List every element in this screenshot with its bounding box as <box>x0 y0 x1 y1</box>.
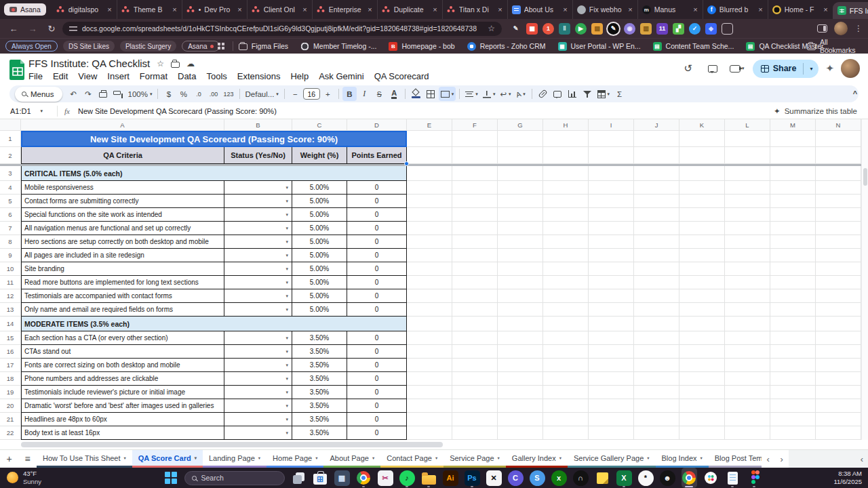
cell-H16[interactable] <box>543 345 589 359</box>
cell-L16[interactable] <box>725 345 770 359</box>
badge-one-extension-icon[interactable]: 1 <box>542 23 554 35</box>
cell-K19[interactable] <box>679 386 725 399</box>
cell-M12[interactable] <box>770 289 816 303</box>
cell-D9[interactable]: 0 <box>347 249 407 262</box>
grid-corner[interactable] <box>0 119 21 131</box>
row-header-5[interactable]: 5 <box>0 195 21 208</box>
row-header-20[interactable]: 20 <box>0 399 21 413</box>
cell-J12[interactable] <box>634 289 679 303</box>
cell-J14[interactable] <box>634 317 679 331</box>
cell-J2[interactable] <box>634 147 679 164</box>
cell-L10[interactable] <box>725 262 770 276</box>
cell-L6[interactable] <box>725 208 770 222</box>
sheet-tab-qa-score-card[interactable]: QA Score Card▾ <box>132 450 203 468</box>
column-header-K[interactable]: K <box>679 119 725 131</box>
insert-comment-button[interactable] <box>551 87 565 101</box>
browser-tab-manus[interactable]: mManus× <box>637 0 703 19</box>
cell-A6[interactable]: Special functions on the site work as in… <box>21 208 224 222</box>
taskbar-clock[interactable]: 8:38 AM 11/6/2025 <box>833 470 862 487</box>
cell-H19[interactable] <box>543 386 589 399</box>
cell-M20[interactable] <box>770 399 816 413</box>
cell-M3[interactable] <box>770 166 816 181</box>
cell-M5[interactable] <box>770 195 816 208</box>
caret-icon[interactable]: ▾ <box>372 455 374 461</box>
cell-C22[interactable]: 3.50% <box>292 426 347 440</box>
cell-H10[interactable] <box>543 262 589 276</box>
cell-D20[interactable]: 0 <box>347 399 407 413</box>
dropdown-icon[interactable]: ▾ <box>285 199 288 204</box>
cell-K5[interactable] <box>679 195 725 208</box>
cell-M11[interactable] <box>770 276 816 289</box>
browser-tab-enterprise[interactable]: Enterprise× <box>312 0 377 19</box>
capcut-icon[interactable]: ✕ <box>486 468 502 488</box>
menu-edit[interactable]: Edit <box>53 71 68 81</box>
cell-M10[interactable] <box>770 262 816 276</box>
cell-H20[interactable] <box>543 399 589 413</box>
cell-G1[interactable] <box>498 131 543 147</box>
decrease-font-size-button[interactable]: − <box>288 87 302 101</box>
cell-J9[interactable] <box>634 249 679 262</box>
cell-H5[interactable] <box>543 195 589 208</box>
menu-insert[interactable]: Insert <box>107 71 130 81</box>
dropdown-icon[interactable]: ▾ <box>285 403 288 409</box>
weather-widget[interactable]: 43°FSunny <box>7 470 41 486</box>
cell-M18[interactable] <box>770 372 816 386</box>
text-rotate-button[interactable]: A▾ <box>514 87 528 101</box>
cell-M15[interactable] <box>770 331 816 345</box>
cell-D7[interactable]: 0 <box>347 222 407 235</box>
cell-C16[interactable]: 3.50% <box>292 345 347 359</box>
cell-N8[interactable] <box>816 235 861 249</box>
cell-E10[interactable] <box>407 262 452 276</box>
percent-format-button[interactable]: % <box>176 87 191 101</box>
cell-F10[interactable] <box>452 262 498 276</box>
currency-format-button[interactable]: $ <box>161 87 176 101</box>
cell-L18[interactable] <box>725 372 770 386</box>
cell-B11[interactable]: ▾ <box>224 276 292 289</box>
row-header-17[interactable]: 17 <box>0 359 21 372</box>
teal-bar-extension-icon[interactable]: ‖ <box>559 23 570 35</box>
tab-close-icon[interactable]: × <box>693 5 697 14</box>
cell-K13[interactable] <box>679 303 725 317</box>
tab-close-icon[interactable]: × <box>368 5 372 14</box>
cell-L8[interactable] <box>725 235 770 249</box>
increase-decimal-button[interactable]: .00 <box>206 87 220 101</box>
caret-icon[interactable]: ▾ <box>647 455 649 461</box>
cell-K16[interactable] <box>679 345 725 359</box>
cell-G7[interactable] <box>498 222 543 235</box>
cell-H9[interactable] <box>543 249 589 262</box>
fill-color-button[interactable] <box>409 87 423 101</box>
cell-G15[interactable] <box>498 331 543 345</box>
strikethrough-button[interactable]: S <box>372 87 387 101</box>
cell-B2[interactable]: Status (Yes/No) <box>224 147 292 164</box>
menu-extensions[interactable]: Extensions <box>237 71 281 81</box>
tan-folder-extension-icon[interactable]: ▥ <box>640 23 652 35</box>
cell-I1[interactable] <box>589 131 634 147</box>
bookmark-reports-zoho-crm[interactable]: Reports - Zoho CRM <box>467 42 546 51</box>
row-header-16[interactable]: 16 <box>0 345 21 359</box>
cell-I4[interactable] <box>589 181 634 195</box>
cell-section-A14[interactable]: MODERATE ITEMS (3.5% each) <box>21 317 407 331</box>
cell-K8[interactable] <box>679 235 725 249</box>
zoom-select[interactable]: 100%▾ <box>126 87 155 101</box>
bookmark-content-team-sche[interactable]: ▤Content Team Sche... <box>653 42 734 51</box>
cell-I16[interactable] <box>589 345 634 359</box>
bookmark-member-timelog[interactable]: Member Timelog -... <box>300 42 376 51</box>
clipboard-extension-icon[interactable] <box>722 23 733 35</box>
cell-B21[interactable]: ▾ <box>224 413 292 426</box>
move-folder-icon[interactable] <box>171 62 180 68</box>
increase-font-size-button[interactable]: + <box>321 87 335 101</box>
cell-H2[interactable] <box>543 147 589 164</box>
cell-H18[interactable] <box>543 372 589 386</box>
cell-F16[interactable] <box>452 345 498 359</box>
cell-A12[interactable]: Testimonials are accompanied with contac… <box>21 289 224 303</box>
dropdown-icon[interactable]: ▾ <box>285 349 288 354</box>
cell-N1[interactable] <box>816 131 861 147</box>
column-header-C[interactable]: C <box>292 119 347 131</box>
cell-A11[interactable]: Read more buttons are implemented for lo… <box>21 276 224 289</box>
cell-G16[interactable] <box>498 345 543 359</box>
dropdown-icon[interactable]: ▾ <box>285 336 288 341</box>
cell-M17[interactable] <box>770 359 816 372</box>
cell-D8[interactable]: 0 <box>347 235 407 249</box>
column-header-M[interactable]: M <box>770 119 816 131</box>
cell-B7[interactable]: ▾ <box>224 222 292 235</box>
